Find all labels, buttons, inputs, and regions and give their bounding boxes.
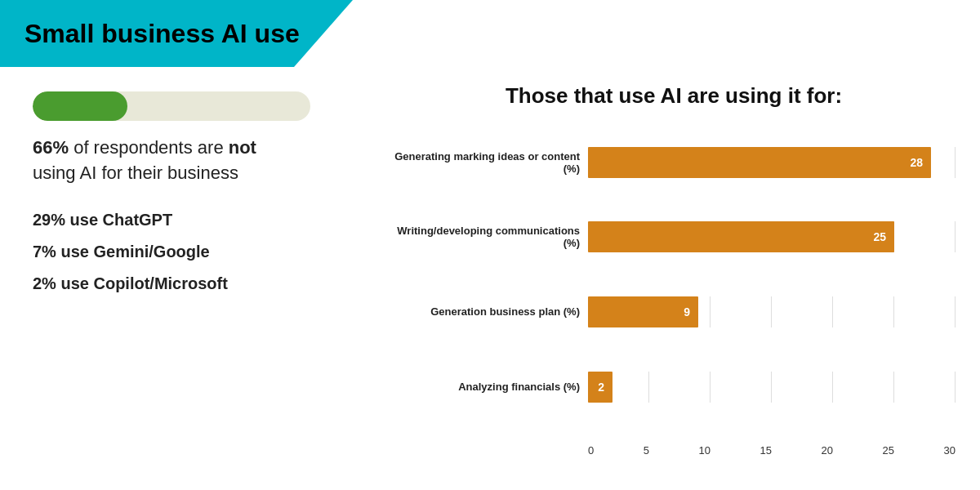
bar-value-1: 28 [910,156,926,169]
bar-label-3: Generation business plan (%) [392,305,580,318]
bar-track-2: 25 [588,221,956,252]
x-axis: 0 5 10 15 20 25 30 [392,444,956,457]
x-label-30: 30 [944,444,956,457]
x-label-20: 20 [822,444,833,457]
bar-track-1: 28 [588,147,956,178]
main-content: 66% of respondents are not using AI for … [0,67,980,490]
x-axis-labels: 0 5 10 15 20 25 30 [588,444,956,457]
stat-percentage: 66% [33,137,69,158]
bar-row-2: Writing/developing communications (%) 25 [392,216,956,257]
bar-value-2: 25 [873,230,889,243]
x-label-5: 5 [644,444,649,457]
chart-area: Generating marking ideas or content (%) … [392,125,956,474]
right-panel: Those that use AI are using it for: Gene… [376,67,980,490]
tool-item-copilot: 2% use Copilot/Microsoft [33,274,343,293]
page-title: Small business AI use [24,19,300,49]
x-label-15: 15 [760,444,772,457]
bar-fill-1: 28 [588,147,931,178]
bar-row-3: Generation business plan (%) 9 [392,292,956,332]
stat-not: not [229,137,256,158]
bar-value-3: 9 [684,305,693,318]
bar-label-4: Analyzing financials (%) [392,381,580,393]
bar-label-2: Writing/developing communications (%) [392,225,580,249]
bar-fill-2: 25 [588,221,894,252]
x-label-0: 0 [588,444,594,457]
bar-row-1: Generating marking ideas or content (%) … [392,142,956,183]
bar-value-4: 2 [598,381,608,394]
bar-row-4: Analyzing financials (%) 2 [392,367,956,408]
tools-list: 29% use ChatGPT 7% use Gemini/Google 2% … [33,211,343,293]
bar-label-1: Generating marking ideas or content (%) [392,150,580,175]
x-label-10: 10 [699,444,710,457]
bar-track-3: 9 [588,296,956,327]
bar-track-4: 2 [588,372,956,403]
page-header: Small business AI use [0,0,392,67]
bar-fill-4: 2 [588,372,612,403]
bar-fill-3: 9 [588,296,698,327]
progress-bar-fill [33,91,127,121]
progress-bar-container [33,91,310,121]
tool-item-gemini: 7% use Gemini/Google [33,243,343,261]
stat-text: 66% of respondents are not using AI for … [33,136,343,186]
left-panel: 66% of respondents are not using AI for … [0,67,376,490]
chart-title: Those that use AI are using it for: [392,83,956,109]
x-label-25: 25 [883,444,894,457]
tool-item-chatgpt: 29% use ChatGPT [33,211,343,229]
